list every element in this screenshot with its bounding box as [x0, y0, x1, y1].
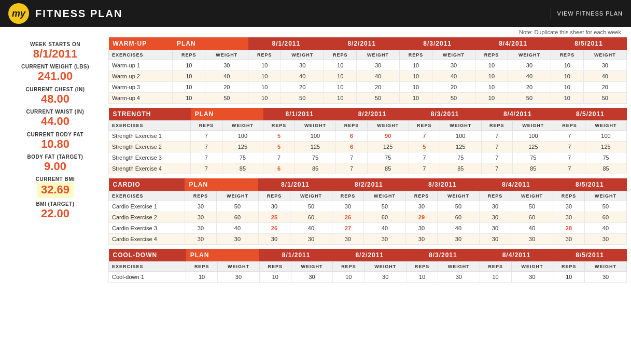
sidebar: WEEK STARTS ON 8/1/2011 CURRENT WEIGHT (…	[0, 37, 106, 291]
header: my FITNESS PLAN VIEW FITNESS PLAN	[0, 0, 631, 27]
header-divider	[551, 8, 551, 19]
bmi-target-label: BMI (TARGET)	[8, 201, 102, 207]
current-body-fat-value: 10.80	[8, 137, 102, 151]
strength-date2: 8/2/2011	[336, 108, 409, 121]
bmi-target-item: BMI (TARGET) 22.00	[8, 201, 102, 220]
cardio-plan-label: PLAN	[185, 178, 258, 191]
warmup-header-row: WARM-UP PLAN 8/1/2011 8/2/2011 8/3/2011 …	[109, 37, 627, 50]
cardio-date3: 8/3/2011	[405, 178, 479, 191]
table-row: Cardio Exercise 430303030303030303030303…	[109, 234, 627, 245]
table-row: Strength Exercise 1710051006907100710071…	[109, 131, 627, 142]
strength-header-row: STRENGTH PLAN 8/1/2011 8/2/2011 8/3/2011…	[109, 108, 627, 121]
body-fat-target-label: BODY FAT (TARGET)	[8, 154, 102, 160]
week-starts-item: WEEK STARTS ON 8/1/2011	[8, 41, 102, 61]
current-waist-item: CURRENT WAIST (IN) 44.00	[8, 109, 102, 128]
cardio-table: CARDIO PLAN 8/1/2011 8/2/2011 8/3/2011 8…	[108, 178, 627, 245]
strength-date3: 8/3/2011	[409, 108, 481, 121]
cooldown-date4: 8/4/2011	[480, 249, 553, 262]
col-d1-reps: REPS	[248, 50, 281, 60]
table-row: Cardio Exercise 130503050305030503050305…	[109, 201, 627, 212]
header-right: VIEW FITNESS PLAN	[551, 8, 623, 19]
cooldown-col-header: EXERCISES REPS WEIGHT REPS WEIGHT REPS W…	[109, 262, 627, 272]
current-weight-value: 241.00	[8, 69, 102, 83]
content-area: WARM-UP PLAN 8/1/2011 8/2/2011 8/3/2011 …	[106, 37, 631, 291]
cardio-date1: 8/1/2011	[258, 178, 332, 191]
note-text: Note: Duplicate this sheet for each week…	[519, 29, 623, 35]
col-d1-weight: WEIGHT	[281, 50, 324, 60]
cooldown-date5: 8/5/2011	[553, 249, 627, 262]
table-row: Strength Exercise 2712551256125512571257…	[109, 142, 627, 152]
col-d2-reps: REPS	[324, 50, 357, 60]
strength-date1: 8/1/2011	[263, 108, 336, 121]
current-bmi-item: CURRENT BMI 32.69	[8, 176, 102, 198]
warmup-date2: 8/2/2011	[324, 37, 400, 50]
cooldown-plan-label: PLAN	[186, 249, 260, 262]
cooldown-date3: 8/3/2011	[406, 249, 480, 262]
col-d4-reps: REPS	[475, 50, 508, 60]
warmup-col-header: EXERCISES REPS WEIGHT REPS WEIGHT REPS W…	[109, 50, 627, 60]
table-row: Warm-up 1103010301030103010301030	[109, 60, 627, 71]
warmup-plan-label: PLAN	[173, 37, 248, 50]
current-waist-label: CURRENT WAIST (IN)	[8, 109, 102, 115]
current-waist-value: 44.00	[8, 115, 102, 128]
cooldown-section-label: COOL-DOWN	[109, 249, 186, 262]
cardio-date2: 8/2/2011	[332, 178, 405, 191]
week-starts-value: 8/1/2011	[8, 47, 102, 61]
current-bmi-label: CURRENT BMI	[8, 176, 102, 182]
logo: my	[8, 3, 29, 24]
current-chest-label: CURRENT CHEST (IN)	[8, 87, 102, 92]
strength-plan-label: PLAN	[191, 108, 263, 121]
col-exercises: EXERCISES	[109, 50, 173, 60]
strength-section-label: STRENGTH	[109, 108, 191, 121]
warmup-date4: 8/4/2011	[475, 37, 551, 50]
strength-section: STRENGTH PLAN 8/1/2011 8/2/2011 8/3/2011…	[108, 108, 627, 174]
strength-date4: 8/4/2011	[481, 108, 554, 121]
current-body-fat-item: CURRENT BODY FAT 10.80	[8, 132, 102, 151]
table-row: Warm-up 3102010201020102010201020	[109, 82, 627, 93]
cardio-col-header: EXERCISES REPS WEIGHT REPS WEIGHT REPS W…	[109, 191, 627, 201]
strength-col-header: EXERCISES REPS WEIGHT REPS WEIGHT REPS W…	[109, 121, 627, 131]
cardio-section-label: CARDIO	[109, 178, 185, 191]
main-layout: WEEK STARTS ON 8/1/2011 CURRENT WEIGHT (…	[0, 37, 631, 291]
body-fat-target-value: 9.00	[8, 160, 102, 173]
cooldown-header-row: COOL-DOWN PLAN 8/1/2011 8/2/2011 8/3/201…	[109, 249, 627, 262]
view-plan-link[interactable]: VIEW FITNESS PLAN	[557, 10, 623, 17]
table-row: Warm-up 2104010401040104010401040	[109, 71, 627, 82]
warmup-date3: 8/3/2011	[400, 37, 475, 50]
current-bmi-value: 32.69	[37, 182, 74, 198]
bmi-target-value: 22.00	[8, 207, 102, 220]
col-d2-weight: WEIGHT	[357, 50, 400, 60]
cardio-header-row: CARDIO PLAN 8/1/2011 8/2/2011 8/3/2011 8…	[109, 178, 627, 191]
warmup-date5: 8/5/2011	[551, 37, 627, 50]
current-chest-item: CURRENT CHEST (IN) 48.00	[8, 87, 102, 106]
table-row: Cardio Exercise 230602560266029603060306…	[109, 212, 627, 223]
note-bar: Note: Duplicate this sheet for each week…	[0, 27, 631, 37]
cooldown-table: COOL-DOWN PLAN 8/1/2011 8/2/2011 8/3/201…	[108, 249, 627, 283]
week-starts-label: WEEK STARTS ON	[8, 41, 102, 47]
table-row: Cardio Exercise 330402640274030403040284…	[109, 223, 627, 234]
strength-date5: 8/5/2011	[554, 108, 626, 121]
current-chest-value: 48.00	[8, 92, 102, 106]
table-row: Cool-down 1103010301030103010301030	[109, 272, 627, 283]
table-row: Strength Exercise 3775775775775775775	[109, 152, 627, 163]
warmup-table: WARM-UP PLAN 8/1/2011 8/2/2011 8/3/2011 …	[108, 37, 627, 104]
col-d4-weight: WEIGHT	[508, 50, 551, 60]
col-d5-weight: WEIGHT	[583, 50, 626, 60]
cardio-date4: 8/4/2011	[479, 178, 553, 191]
table-row: Strength Exercise 4785685785785785785	[109, 163, 627, 174]
cardio-date5: 8/5/2011	[553, 178, 626, 191]
current-body-fat-label: CURRENT BODY FAT	[8, 132, 102, 137]
warmup-date1: 8/1/2011	[248, 37, 324, 50]
col-d5-reps: REPS	[551, 50, 584, 60]
col-plan-weight: WEIGHT	[205, 50, 248, 60]
warmup-section: WARM-UP PLAN 8/1/2011 8/2/2011 8/3/2011 …	[108, 37, 627, 104]
cooldown-section: COOL-DOWN PLAN 8/1/2011 8/2/2011 8/3/201…	[108, 249, 627, 283]
strength-table: STRENGTH PLAN 8/1/2011 8/2/2011 8/3/2011…	[108, 108, 627, 174]
app-title: FITNESS PLAN	[35, 8, 122, 20]
col-plan-reps: REPS	[173, 50, 205, 60]
current-weight-label: CURRENT WEIGHT (LBS)	[8, 64, 102, 69]
current-weight-item: CURRENT WEIGHT (LBS) 241.00	[8, 64, 102, 83]
table-row: Warm-up 4105010501050105010501050	[109, 93, 627, 104]
body-fat-target-item: BODY FAT (TARGET) 9.00	[8, 154, 102, 173]
col-d3-reps: REPS	[400, 50, 432, 60]
